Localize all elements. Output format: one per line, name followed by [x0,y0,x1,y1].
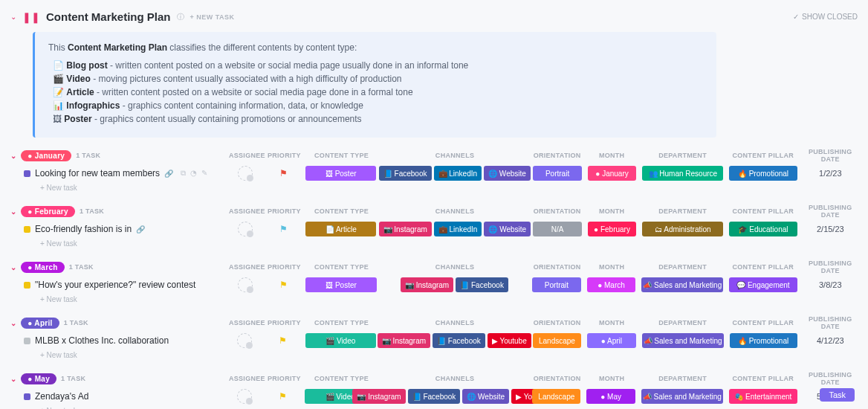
col-assignee[interactable]: ASSIGNEE [229,207,262,215]
col-date[interactable]: PUBLISHING DATE [803,315,858,330]
publishing-date[interactable]: 3/8/23 [803,280,858,289]
pillar-cell[interactable]: 🔥 Promotional [730,333,797,348]
pillar-cell[interactable]: 🎓 Educational [729,222,797,236]
collapse-all-icon[interactable]: ⌄ [10,13,16,21]
channel-badge[interactable]: 🌐 Website [484,166,531,181]
month-chip[interactable]: ● February [21,206,75,217]
channels-cell[interactable]: 📷 Instagram💼 LinkedIn🌐 Website [382,222,527,236]
department-cell[interactable]: 🗂 Administration [642,222,723,236]
col-type[interactable]: CONTENT TYPE [306,263,377,271]
col-department[interactable]: DEPARTMENT [642,152,723,159]
month-chip[interactable]: ● April [21,318,59,329]
task-row[interactable]: MLBB x Clothes Inc. collaboration ⚑ 🎬 Vi… [10,330,858,350]
col-date[interactable]: PUBLISHING DATE [803,204,858,219]
col-date[interactable]: PUBLISHING DATE [803,260,858,274]
department-cell[interactable]: 📣 Sales and Marketing [641,389,723,404]
subtask-icon[interactable]: ⧉ [181,169,186,178]
assignee-cell[interactable] [228,333,261,348]
col-month[interactable]: MONTH [587,207,636,215]
col-orientation[interactable]: ORIENTATION [533,207,582,215]
channel-badge[interactable]: 📷 Instagram [378,333,430,348]
col-month[interactable]: MONTH [587,375,636,382]
info-icon[interactable]: ⓘ [177,12,184,22]
col-orientation[interactable]: ORIENTATION [533,319,582,326]
col-type[interactable]: CONTENT TYPE [306,375,377,382]
task-row[interactable]: Zendaya's Ad ⚑ 🎬 Video 📷 Instagram📘 Face… [10,386,858,405]
task-row[interactable]: Eco-friendly fashion is in 🔗 ⚑ 📄 Article… [10,219,858,238]
col-assignee[interactable]: ASSIGNEE [229,152,262,159]
col-channels[interactable]: CHANNELS [383,263,527,271]
month-cell[interactable]: ● April [587,333,635,348]
priority-cell[interactable]: ⚑ [267,168,299,178]
col-priority[interactable]: PRIORITY [268,319,300,326]
assignee-cell[interactable] [229,277,262,292]
col-priority[interactable]: PRIORITY [268,263,300,271]
orientation-cell[interactable]: Portrait [533,166,581,181]
month-chip[interactable]: ● May [21,373,56,384]
channels-cell[interactable]: 📷 Instagram📘 Facebook▶ Youtube [382,333,527,348]
channels-cell[interactable]: 📷 Instagram📘 Facebook [383,277,527,292]
task-title-cell[interactable]: Looking for new team members 🔗 ⧉◔✎ [24,168,223,178]
col-priority[interactable]: PRIORITY [268,207,300,215]
show-closed-toggle[interactable]: ✓ SHOW CLOSED [793,13,858,21]
col-month[interactable]: MONTH [587,152,636,159]
channel-badge[interactable]: 📘 Facebook [456,277,508,292]
col-orientation[interactable]: ORIENTATION [533,375,582,382]
pillar-cell[interactable]: 🔥 Promotional [729,166,797,181]
publishing-date[interactable]: 1/2/23 [803,169,858,178]
priority-cell[interactable]: ⚑ [268,280,300,290]
month-chip[interactable]: ● March [21,262,64,273]
priority-cell[interactable]: ⚑ [267,391,299,402]
assignee-cell[interactable] [229,222,262,236]
group-collapse-icon[interactable]: ⌄ [10,152,16,160]
group-collapse-icon[interactable]: ⌄ [10,207,16,216]
group-collapse-icon[interactable]: ⌄ [10,319,16,327]
channel-badge[interactable]: 📘 Facebook [433,333,485,348]
assignee-avatar[interactable] [238,277,253,292]
month-cell[interactable]: ● May [586,389,635,404]
orientation-cell[interactable]: Landscape [533,333,581,348]
priority-cell[interactable]: ⚑ [267,335,299,346]
status-box-icon[interactable] [24,170,30,177]
col-orientation[interactable]: ORIENTATION [533,263,582,271]
attachment-icon[interactable]: 🔗 [164,170,173,178]
col-pillar[interactable]: CONTENT PILLAR [729,375,797,382]
col-orientation[interactable]: ORIENTATION [533,152,582,159]
assignee-avatar[interactable] [238,222,253,236]
col-department[interactable]: DEPARTMENT [642,319,723,326]
task-tool-icons[interactable]: ⧉◔✎ [181,169,207,178]
publishing-date[interactable]: 2/15/23 [803,225,858,234]
col-channels[interactable]: CHANNELS [383,207,527,215]
orientation-cell[interactable]: Landscape [532,389,580,404]
col-pillar[interactable]: CONTENT PILLAR [729,263,797,271]
tag-icon[interactable]: ◔ [190,169,197,178]
month-chip[interactable]: ● January [21,150,71,161]
channels-cell[interactable]: 📘 Facebook💼 LinkedIn🌐 Website [382,166,527,181]
col-department[interactable]: DEPARTMENT [642,375,723,382]
new-task-button[interactable]: + New task [10,182,858,196]
department-cell[interactable]: 👥 Human Resource [642,166,723,181]
channel-badge[interactable]: 📷 Instagram [401,277,453,292]
col-channels[interactable]: CHANNELS [383,319,527,326]
status-box-icon[interactable] [24,393,30,400]
task-title-cell[interactable]: Zendaya's Ad [24,391,222,402]
col-assignee[interactable]: ASSIGNEE [229,319,262,326]
group-collapse-icon[interactable]: ⌄ [10,375,16,383]
new-task-button[interactable]: + New task [10,405,858,409]
pillar-cell[interactable]: 💬 Engagement [729,277,797,292]
new-task-button[interactable]: + New task [10,294,858,308]
group-collapse-icon[interactable]: ⌄ [10,263,16,271]
task-title-cell[interactable]: Eco-friendly fashion is in 🔗 [24,224,223,234]
content-type-cell[interactable]: 🖼 Poster [305,166,376,181]
col-department[interactable]: DEPARTMENT [642,263,723,271]
department-cell[interactable]: 📣 Sales and Marketing [641,277,723,292]
orientation-cell[interactable]: N/A [533,222,581,236]
col-priority[interactable]: PRIORITY [268,375,300,382]
department-cell[interactable]: 📣 Sales and Marketing [642,333,724,348]
channel-badge[interactable]: 📘 Facebook [379,166,432,181]
month-cell[interactable]: ● February [588,222,636,236]
col-department[interactable]: DEPARTMENT [642,207,723,215]
orientation-cell[interactable]: Portrait [532,277,581,292]
col-month[interactable]: MONTH [587,263,636,271]
assignee-avatar[interactable] [237,389,252,404]
